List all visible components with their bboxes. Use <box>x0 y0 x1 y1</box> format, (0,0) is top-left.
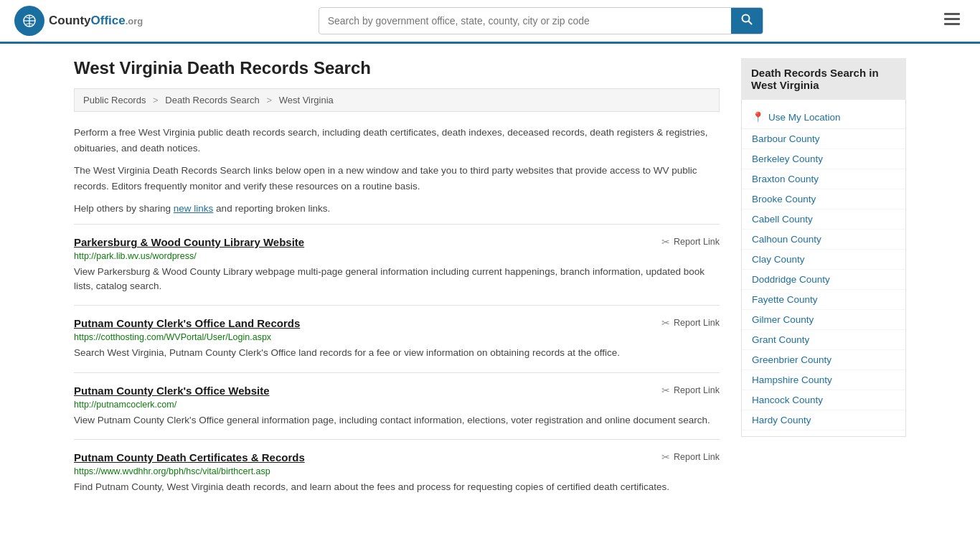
report-icon-2: ✂ <box>661 385 670 396</box>
page-description: Perform a free West Virginia public deat… <box>74 125 720 217</box>
sidebar-title: Death Records Search in West Virginia <box>741 58 906 100</box>
result-url-1[interactable]: https://cotthosting.com/WVPortal/User/Lo… <box>74 332 720 342</box>
logo[interactable]: CountyOffice.org <box>14 6 143 36</box>
svg-rect-6 <box>944 13 960 15</box>
search-button[interactable] <box>731 8 763 34</box>
result-item-3: Putnam County Death Certificates & Recor… <box>74 439 720 506</box>
report-link-2[interactable]: ✂ Report Link <box>661 385 720 396</box>
sidebar-item-hardy[interactable]: Hardy County <box>742 410 905 430</box>
sidebar-item-gilmer[interactable]: Gilmer County <box>742 310 905 330</box>
result-item-0: Parkersburg & Wood County Library Websit… <box>74 224 720 306</box>
sidebar-item-greenbrier[interactable]: Greenbrier County <box>742 350 905 370</box>
new-links-link[interactable]: new links <box>174 203 214 214</box>
menu-button[interactable] <box>938 9 966 33</box>
result-item-2: Putnam County Clerk's Office Website ✂ R… <box>74 372 720 439</box>
sidebar-item-cabell[interactable]: Cabell County <box>742 209 905 230</box>
sidebar-item-fayette[interactable]: Fayette County <box>742 290 905 310</box>
report-link-3[interactable]: ✂ Report Link <box>661 451 720 463</box>
result-desc-2: View Putnam County Clerk's Office genera… <box>74 413 720 428</box>
result-title-0[interactable]: Parkersburg & Wood County Library Websit… <box>74 236 304 248</box>
use-location-label: Use My Location <box>768 112 841 123</box>
report-link-0[interactable]: ✂ Report Link <box>661 236 720 248</box>
breadcrumb: Public Records > Death Records Search > … <box>74 88 720 112</box>
sidebar-item-hancock[interactable]: Hancock County <box>742 390 905 410</box>
page-title: West Virginia Death Records Search <box>74 58 720 78</box>
breadcrumb-death-records[interactable]: Death Records Search <box>165 95 260 105</box>
svg-line-5 <box>748 22 752 25</box>
result-title-1[interactable]: Putnam County Clerk's Office Land Record… <box>74 317 300 329</box>
sidebar-item-hampshire[interactable]: Hampshire County <box>742 370 905 390</box>
result-title-2[interactable]: Putnam County Clerk's Office Website <box>74 385 270 397</box>
breadcrumb-public-records[interactable]: Public Records <box>83 95 146 105</box>
report-icon-3: ✂ <box>661 451 670 463</box>
result-url-3[interactable]: https://www.wvdhhr.org/bph/hsc/vital/bir… <box>74 466 720 476</box>
sidebar-item-clay[interactable]: Clay County <box>742 250 905 270</box>
result-item-1: Putnam County Clerk's Office Land Record… <box>74 305 720 372</box>
result-url-2[interactable]: http://putnamcoclerk.com/ <box>74 400 720 410</box>
site-header: CountyOffice.org <box>0 0 980 44</box>
result-desc-0: View Parkersburg & Wood County Library w… <box>74 265 720 294</box>
results-list: Parkersburg & Wood County Library Websit… <box>74 224 720 506</box>
sidebar-item-grant[interactable]: Grant County <box>742 330 905 350</box>
sidebar-item-brooke[interactable]: Brooke County <box>742 189 905 209</box>
logo-icon <box>14 6 44 36</box>
sidebar-item-berkeley[interactable]: Berkeley County <box>742 149 905 169</box>
sidebar-item-barbour[interactable]: Barbour County <box>742 129 905 149</box>
sidebar-item-braxton[interactable]: Braxton County <box>742 169 905 189</box>
location-pin-icon: 📍 <box>752 111 764 123</box>
svg-rect-8 <box>944 23 960 25</box>
desc-para-1: Perform a free West Virginia public deat… <box>74 125 720 156</box>
desc-para-2: The West Virginia Death Records Search l… <box>74 163 720 194</box>
breadcrumb-current: West Virginia <box>279 95 334 105</box>
breadcrumb-sep-1: > <box>153 95 159 105</box>
search-bar <box>319 7 763 34</box>
svg-rect-7 <box>944 18 960 20</box>
search-input[interactable] <box>319 9 731 32</box>
content-area: West Virginia Death Records Search Publi… <box>74 58 720 506</box>
breadcrumb-sep-2: > <box>266 95 272 105</box>
svg-point-4 <box>742 15 749 22</box>
report-icon-1: ✂ <box>661 317 670 329</box>
result-title-3[interactable]: Putnam County Death Certificates & Recor… <box>74 451 305 463</box>
result-url-0[interactable]: http://park.lib.wv.us/wordpress/ <box>74 251 720 261</box>
result-desc-1: Search West Virginia, Putnam County Cler… <box>74 346 720 360</box>
main-container: West Virginia Death Records Search Publi… <box>60 44 920 520</box>
report-link-1[interactable]: ✂ Report Link <box>661 317 720 329</box>
result-desc-3: Find Putnam County, West Virginia death … <box>74 480 720 494</box>
sidebar-content: 📍 Use My Location Barbour County Berkele… <box>741 100 906 437</box>
logo-name: CountyOffice.org <box>49 14 143 28</box>
report-icon-0: ✂ <box>661 236 670 248</box>
sidebar-item-calhoun[interactable]: Calhoun County <box>742 230 905 250</box>
sidebar-item-doddridge[interactable]: Doddridge County <box>742 270 905 290</box>
use-my-location[interactable]: 📍 Use My Location <box>742 105 905 129</box>
sidebar: Death Records Search in West Virginia 📍 … <box>741 58 906 506</box>
desc-para-3: Help others by sharing new links and rep… <box>74 201 720 217</box>
